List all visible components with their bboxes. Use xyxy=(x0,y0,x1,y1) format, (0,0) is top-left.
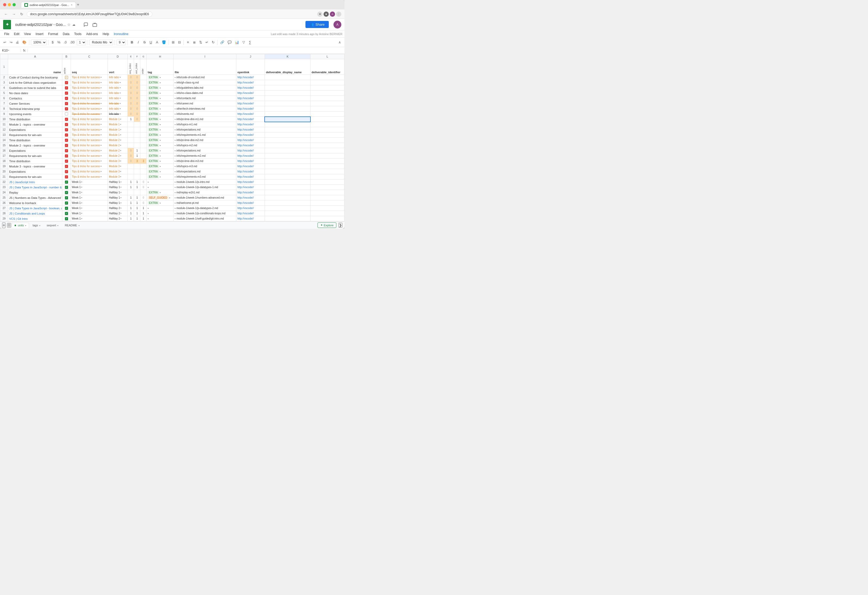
font-select[interactable]: Roboto Mo... xyxy=(90,40,113,45)
col-header-a[interactable]: A xyxy=(8,54,62,59)
cell-tag[interactable]: ▾ xyxy=(146,180,174,185)
cell-deliverable-identifier[interactable] xyxy=(310,174,344,180)
col-header-f[interactable]: F xyxy=(134,54,140,59)
cell-active[interactable]: ✓ xyxy=(62,75,71,80)
cell-file[interactable]: ▾ info/no-class-dates.md xyxy=(174,91,236,96)
cell-vert[interactable]: Info tabs▾ xyxy=(108,106,128,112)
cell-deliverable-identifier[interactable] xyxy=(310,185,344,190)
cell-active[interactable]: ✓ xyxy=(62,185,71,190)
cell-vert-index[interactable]: 0 xyxy=(134,106,140,112)
cell-order[interactable] xyxy=(140,148,146,153)
cell-vert-index[interactable]: 0 xyxy=(134,101,140,106)
address-input[interactable] xyxy=(27,11,152,17)
cell-file[interactable]: ▾ info/gh-class-rg.md xyxy=(174,80,236,85)
cell-file[interactable]: ▾ module-1/week-1/js-conditionals-loops.… xyxy=(174,211,236,216)
cell-tag[interactable]: EXTRA ▾ xyxy=(146,159,174,164)
cell-seq-index[interactable]: 0 xyxy=(128,80,134,85)
cell-vert[interactable]: Module 3▾ xyxy=(108,169,128,174)
cell-name[interactable]: JS | Numbers as Data Types - Advanced To… xyxy=(8,195,62,200)
cell-openlink[interactable]: http://vscode// xyxy=(236,216,265,221)
col-header-b[interactable]: B xyxy=(62,54,71,59)
cell-tag[interactable]: EXTRA ▾ xyxy=(146,117,174,122)
cell-seq[interactable]: Tips & tricks for success▾ xyxy=(71,148,108,153)
cell-deliverable-identifier[interactable] xyxy=(310,153,344,159)
cell-active[interactable]: ✓ xyxy=(62,190,71,195)
cell-vert-index[interactable]: 1 xyxy=(134,153,140,159)
cell-tag[interactable]: EXTRA ▾ xyxy=(146,91,174,96)
cell-vert-index[interactable]: 1 xyxy=(134,185,140,190)
cell-vert-index[interactable]: 0 xyxy=(134,112,140,117)
cell-tag[interactable]: EXTRA ▾ xyxy=(146,148,174,153)
cell-order[interactable]: 0 xyxy=(140,180,146,185)
menu-tools[interactable]: Tools xyxy=(72,31,84,37)
cell-tag[interactable]: EXTRA ▾ xyxy=(146,75,174,80)
cell-seq-index[interactable] xyxy=(128,127,134,133)
cell-vert-index[interactable]: 1 xyxy=(134,206,140,211)
cell-tag[interactable]: EXTRA ▾ xyxy=(146,112,174,117)
cell-deliverable-identifier[interactable] xyxy=(310,80,344,85)
cell-seq[interactable]: Week 1▾ xyxy=(71,180,108,185)
cell-vert-index[interactable] xyxy=(134,143,140,148)
cell-name[interactable]: VCS | Git Intro xyxy=(8,216,62,221)
cell-deliverable-display-name[interactable] xyxy=(265,174,310,180)
sheet-tab-readme-arrow[interactable]: ▾ xyxy=(78,224,80,227)
maximize-button[interactable] xyxy=(13,3,16,6)
cell-seq-index[interactable]: 1 xyxy=(128,195,134,200)
col-header-c[interactable]: C xyxy=(71,54,108,59)
cell-tag[interactable]: EXTRA ▾ xyxy=(146,153,174,159)
merge-button[interactable]: ⊟ xyxy=(177,40,182,45)
cell-active[interactable]: ✓ xyxy=(62,195,71,200)
cell-seq[interactable]: Tips & tricks for success▾ xyxy=(71,138,108,143)
cell-ref-arrow[interactable]: ▾ xyxy=(8,49,9,52)
cell-active[interactable]: ✓ xyxy=(62,106,71,112)
cell-seq-index[interactable] xyxy=(128,169,134,174)
cell-name[interactable]: Expectations xyxy=(8,169,62,174)
cell-vert[interactable]: Halfday 1▾ xyxy=(108,185,128,190)
cell-seq[interactable]: Tips & tricks for success▾ xyxy=(71,164,108,169)
align-left-button[interactable]: ≡ xyxy=(185,40,190,45)
cell-seq[interactable]: Tips & tricks for success▾ xyxy=(71,174,108,180)
cell-order[interactable] xyxy=(140,80,146,85)
cell-deliverable-identifier[interactable] xyxy=(310,112,344,117)
cell-order[interactable] xyxy=(140,169,146,174)
cell-tag[interactable]: EXTRA ▾ xyxy=(146,169,174,174)
cell-active[interactable]: ✓ xyxy=(62,127,71,133)
comment-button[interactable]: 💬 xyxy=(226,40,233,45)
cell-deliverable-identifier[interactable] xyxy=(310,164,344,169)
cell-name[interactable]: Module 1 - topics - overview xyxy=(8,122,62,127)
col-header-j[interactable]: J xyxy=(236,54,265,59)
cell-openlink[interactable]: http://vscode// xyxy=(236,153,265,159)
cell-vert-index[interactable]: 1 xyxy=(134,211,140,216)
print-button[interactable]: 🖨 xyxy=(15,40,20,45)
cell-vert[interactable]: Module 3▾ xyxy=(108,174,128,180)
cell-name[interactable]: Expectations xyxy=(8,127,62,133)
cell-openlink[interactable]: http://vscode// xyxy=(236,101,265,106)
cell-openlink[interactable]: http://vscode// xyxy=(236,148,265,153)
cell-deliverable-display-name[interactable] xyxy=(265,185,310,190)
cell-tag[interactable]: ▾ xyxy=(146,211,174,216)
cell-seq[interactable]: Tips & tricks for success▾ xyxy=(71,75,108,80)
cell-openlink[interactable]: http://vscode// xyxy=(236,200,265,206)
cell-openlink[interactable]: http://vscode// xyxy=(236,138,265,143)
cell-file[interactable]: ▾ info/pt-time-dist-m2.md xyxy=(174,138,236,143)
cell-openlink[interactable]: http://vscode// xyxy=(236,164,265,169)
cell-openlink[interactable]: http://vscode// xyxy=(236,122,265,127)
cell-tag[interactable]: EXTRA ▾ xyxy=(146,143,174,148)
cell-seq[interactable]: Tips & tricks for success▾ xyxy=(71,122,108,127)
cell-active[interactable]: ✓ xyxy=(62,153,71,159)
sheet-tab-readme[interactable]: README ▾ xyxy=(62,223,82,228)
cell-vert-index[interactable] xyxy=(134,164,140,169)
cell-name[interactable]: Technical interview prep xyxy=(8,106,62,112)
cell-seq[interactable]: Tips & tricks for success▾ xyxy=(71,85,108,91)
cell-seq-index[interactable]: 1 xyxy=(128,180,134,185)
cell-vert[interactable]: Halfday 2▾ xyxy=(108,221,128,222)
tab-close-button[interactable]: × xyxy=(71,3,72,6)
cell-tag[interactable]: EXTRA ▾ xyxy=(146,96,174,101)
cell-vert-index[interactable] xyxy=(134,169,140,174)
cell-deliverable-identifier[interactable] xyxy=(310,101,344,106)
cell-vert-index[interactable]: 0 xyxy=(134,96,140,101)
cell-name[interactable]: Pair Programming Introduction xyxy=(8,221,62,222)
cell-seq-index[interactable]: 0 xyxy=(128,91,134,96)
cell-order[interactable] xyxy=(140,153,146,159)
cell-file[interactable]: ▾ info/contacts.md xyxy=(174,96,236,101)
